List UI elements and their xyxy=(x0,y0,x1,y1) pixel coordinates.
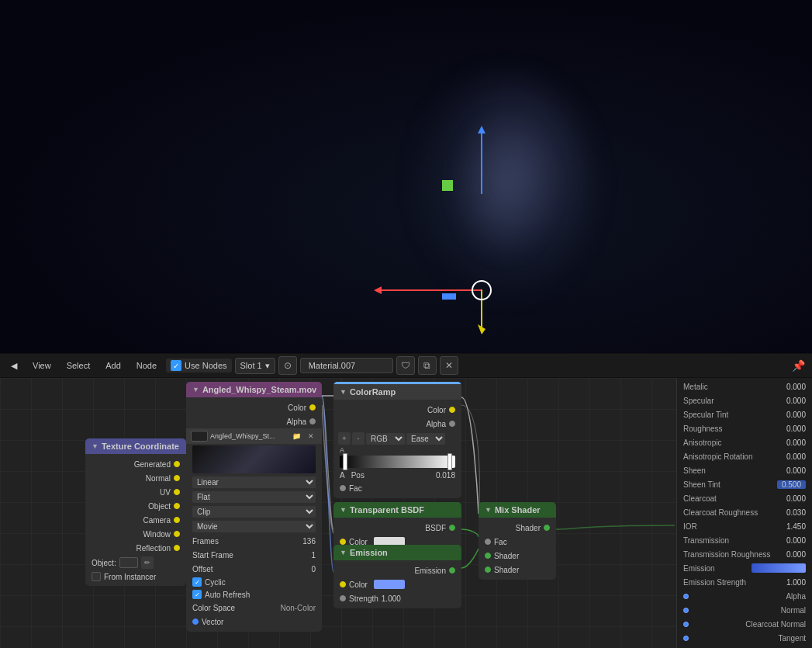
use-nodes-checkbox[interactable]: ✓ xyxy=(171,360,181,371)
node-editor[interactable]: ▼ Texture Coordinate Generated Normal UV… xyxy=(0,378,812,648)
tc-from-instancer-row: From Instancer xyxy=(85,570,186,583)
prop-roughness-value[interactable]: 0.000 xyxy=(786,424,806,433)
tc-normal-socket[interactable] xyxy=(174,475,180,481)
angled-autorefresh-checkbox[interactable]: ✓ xyxy=(192,590,202,599)
angled-vector-label: Vector xyxy=(202,618,223,626)
cr-alpha-socket[interactable] xyxy=(449,421,455,427)
tc-uv-row: UV xyxy=(85,485,186,499)
prop-transmission-value[interactable]: 0.000 xyxy=(786,536,806,545)
angled-whispy-body: Color Alpha Angled_Whispy_St... 📁 ✕ Line… xyxy=(186,397,322,632)
prop-transmission-roughness-value[interactable]: 0.000 xyxy=(786,550,806,559)
tc-generated-socket[interactable] xyxy=(174,461,180,467)
shield-icon[interactable]: 🛡 xyxy=(396,356,415,375)
em-emission-socket[interactable] xyxy=(449,567,455,573)
cr-mode-select[interactable]: RGBHSV xyxy=(366,433,405,445)
tc-uv-socket[interactable] xyxy=(174,489,180,495)
ms-shader-out-label: Shader xyxy=(516,524,541,532)
prop-ior-value[interactable]: 1.450 xyxy=(786,522,806,531)
tc-window-row: Window xyxy=(85,527,186,541)
tc-reflection-socket[interactable] xyxy=(174,545,180,551)
prop-anisotropic-value[interactable]: 0.000 xyxy=(786,438,806,447)
tc-reflection-label: Reflection xyxy=(136,544,171,553)
tc-camera-socket[interactable] xyxy=(174,517,180,523)
back-arrow[interactable]: ◀ xyxy=(5,358,23,374)
sphere-icon[interactable]: ⊙ xyxy=(278,356,297,375)
prop-clearcoat-value[interactable]: 0.000 xyxy=(786,494,806,503)
cr-color-socket[interactable] xyxy=(449,407,455,413)
angled-alpha-label: Alpha xyxy=(286,418,306,426)
angled-vector-socket[interactable] xyxy=(192,619,199,625)
tc-window-socket[interactable] xyxy=(174,531,180,537)
angled-cyclic-checkbox[interactable]: ✓ xyxy=(192,577,202,587)
prop-emission-bar[interactable] xyxy=(752,563,806,573)
add-menu[interactable]: Add xyxy=(99,358,127,373)
angled-colorspace-val: Non-Color xyxy=(280,604,316,612)
tc-eyedropper-btn[interactable]: ✏ xyxy=(141,556,154,569)
prop-emission-strength-value[interactable]: 1.000 xyxy=(786,578,806,587)
angled-img-thumb[interactable] xyxy=(191,431,208,442)
em-strength-label: Strength xyxy=(349,594,378,603)
em-color-swatch[interactable] xyxy=(374,580,405,589)
prop-sheen: Sheen 0.000 xyxy=(677,463,812,477)
view-menu[interactable]: View xyxy=(26,358,57,373)
prop-metalic-value[interactable]: 0.000 xyxy=(786,383,806,391)
node-menu[interactable]: Node xyxy=(130,358,163,373)
prop-clearcoat-roughness-value[interactable]: 0.030 xyxy=(786,508,806,517)
tc-object-socket[interactable] xyxy=(174,503,180,509)
cr-plus-btn[interactable]: + xyxy=(338,432,351,445)
tc-object-field-label: Object: xyxy=(92,559,116,567)
angled-alpha-socket[interactable] xyxy=(309,418,316,424)
prop-specular-tint-value[interactable]: 0.000 xyxy=(786,411,806,419)
prop-sheen-tint-value[interactable]: 0.500 xyxy=(777,480,806,489)
angled-interpolation-select[interactable]: LinearClosestCubic xyxy=(192,476,316,488)
texture-coordinate-header: ▼ Texture Coordinate xyxy=(85,438,186,454)
angled-collapse-icon[interactable]: ▼ xyxy=(192,386,199,393)
colorramp-bar[interactable] xyxy=(340,456,455,468)
ms-fac-socket[interactable] xyxy=(485,539,491,545)
3d-viewport[interactable] xyxy=(0,0,812,353)
copy-icon[interactable]: ⧉ xyxy=(418,356,437,375)
em-strength-socket[interactable] xyxy=(340,595,346,601)
prop-anisotropic-rotation-value[interactable]: 0.000 xyxy=(786,452,806,461)
cr-minus-btn[interactable]: - xyxy=(352,432,365,445)
ms-shader-out-socket[interactable] xyxy=(544,525,550,531)
prop-sheen-value[interactable]: 0.000 xyxy=(786,466,806,475)
prop-specular-value[interactable]: 0.000 xyxy=(786,397,806,405)
angled-extension-select[interactable]: FlatExtendRepeat xyxy=(192,491,316,503)
use-nodes-label: Use Nodes xyxy=(185,361,226,370)
mix-collapse-icon[interactable]: ▼ xyxy=(485,506,492,514)
colorramp-collapse-icon[interactable]: ▼ xyxy=(340,388,347,396)
collapse-icon[interactable]: ▼ xyxy=(92,442,98,450)
angled-color-row: Color xyxy=(186,400,322,414)
slot-label: Slot 1 xyxy=(240,361,262,370)
ms-shader1-socket[interactable] xyxy=(485,553,491,559)
tc-from-instancer-checkbox[interactable] xyxy=(92,572,101,581)
emission-collapse-icon[interactable]: ▼ xyxy=(340,549,347,556)
ms-shader2-row: Shader xyxy=(479,563,556,577)
cr-fac-socket[interactable] xyxy=(340,485,346,491)
close-icon[interactable]: ✕ xyxy=(440,356,458,375)
cr-interp-select[interactable]: EaseLinearConstant xyxy=(406,433,445,445)
ms-fac-label: Fac xyxy=(494,538,507,546)
tb-bsdf-socket[interactable] xyxy=(449,525,455,531)
angled-folder-btn[interactable]: 📁 xyxy=(290,430,302,442)
tb-color-socket[interactable] xyxy=(340,539,346,545)
tc-uv-label: UV xyxy=(160,488,171,497)
angled-color-socket[interactable] xyxy=(309,404,316,411)
material-name-field[interactable]: Material.007 xyxy=(300,358,393,373)
angled-source-select[interactable]: MovieSequenceSingle Image xyxy=(192,521,316,532)
select-menu[interactable]: Select xyxy=(60,358,97,373)
transparent-collapse-icon[interactable]: ▼ xyxy=(340,506,347,514)
prop-specular-tint-label: Specular Tint xyxy=(683,411,728,419)
tc-object-swatch[interactable] xyxy=(119,557,138,568)
cr-handle-right[interactable] xyxy=(447,453,452,470)
cr-handle-left[interactable] xyxy=(343,453,347,470)
angled-projection-select[interactable]: ClipBoxSphere xyxy=(192,506,316,518)
use-nodes-toggle[interactable]: ✓ Use Nodes xyxy=(166,359,231,373)
em-color-label: Color xyxy=(349,580,368,589)
em-color-socket[interactable] xyxy=(340,581,346,587)
ms-shader2-socket[interactable] xyxy=(485,567,491,573)
pin-icon[interactable]: 📌 xyxy=(789,356,807,375)
slot-dropdown[interactable]: Slot 1 ▾ xyxy=(235,358,275,374)
angled-shield-btn[interactable]: ✕ xyxy=(305,430,317,442)
